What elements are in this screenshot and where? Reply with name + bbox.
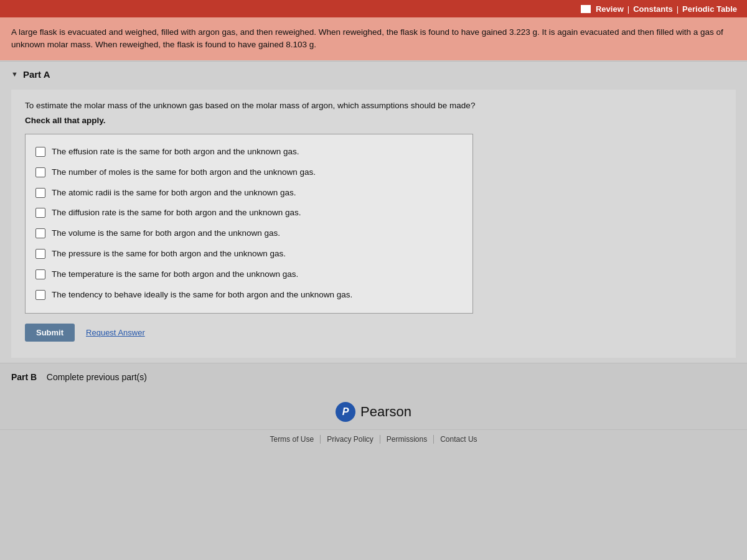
pearson-circle-icon: P [336,402,355,422]
constants-label: Constants [633,4,673,14]
footer-link-3[interactable]: Contact Us [434,435,483,444]
list-item[interactable]: The pressure is the same for both argon … [35,244,463,264]
footer-link-1[interactable]: Privacy Policy [321,435,380,444]
checkbox-label-0: The effusion rate is the same for both a… [52,146,299,158]
footer-link-0[interactable]: Terms of Use [263,435,321,444]
list-item[interactable]: The diffusion rate is the same for both … [35,203,463,223]
list-item[interactable]: The atomic radii is the same for both ar… [35,183,463,203]
question-text: To estimate the molar mass of the unknow… [25,100,722,112]
list-item[interactable]: The tendency to behave ideally is the sa… [35,285,463,306]
list-item[interactable]: The volume is the same for both argon an… [35,223,463,244]
list-item[interactable]: The number of moles is the same for both… [35,162,463,183]
question-area: To estimate the molar mass of the unknow… [11,90,736,358]
periodic-table-link[interactable]: Periodic Table [682,4,737,14]
footer-link-2[interactable]: Permissions [380,435,434,444]
checkbox-option-6[interactable] [35,269,45,279]
part-a-section: ▼ Part A To estimate the molar mass of t… [0,62,747,363]
part-b-label: Part B [11,372,37,382]
pearson-name: Pearson [360,404,411,420]
checkbox-option-0[interactable] [35,147,45,157]
checkbox-option-2[interactable] [35,188,45,198]
book-icon [581,5,591,13]
separator-1: | [627,4,629,14]
checkbox-label-6: The temperature is the same for both arg… [52,269,298,281]
checkbox-label-2: The atomic radii is the same for both ar… [52,187,296,199]
checkbox-label-4: The volume is the same for both argon an… [52,228,280,240]
answer-options-box: The effusion rate is the same for both a… [25,134,473,314]
periodic-table-label: Periodic Table [682,4,737,14]
checkbox-option-5[interactable] [35,249,45,259]
request-answer-button[interactable]: Request Answer [86,328,145,337]
part-b-spacer [39,372,44,382]
main-content: ▼ Part A To estimate the molar mass of t… [0,62,747,451]
collapse-arrow-icon[interactable]: ▼ [11,70,18,78]
checkbox-label-1: The number of moles is the same for both… [52,167,316,179]
checkbox-option-7[interactable] [35,290,45,300]
checkbox-label-7: The tendency to behave ideally is the sa… [52,289,352,301]
problem-statement: A large flask is evacuated and weighed, … [0,17,747,61]
pearson-p-letter: P [342,406,349,418]
review-link[interactable]: Review [596,4,624,14]
check-all-label: Check all that apply. [25,116,722,125]
action-buttons: Submit Request Answer [25,324,722,342]
checkbox-option-1[interactable] [35,167,45,177]
checkbox-label-5: The pressure is the same for both argon … [52,248,286,260]
footer: P Pearson Terms of UsePrivacy PolicyPerm… [0,387,747,451]
separator-2: | [677,4,679,14]
part-a-header: ▼ Part A [11,69,736,80]
list-item[interactable]: The temperature is the same for both arg… [35,264,463,285]
part-a-label: Part A [23,69,50,80]
pearson-logo: P Pearson [336,402,411,422]
part-b-text: Complete previous part(s) [47,372,147,382]
list-item[interactable]: The effusion rate is the same for both a… [35,142,463,162]
submit-button[interactable]: Submit [25,324,75,342]
part-b-section: Part B Complete previous part(s) [0,363,747,387]
problem-text: A large flask is evacuated and weighed, … [11,27,723,49]
checkbox-option-4[interactable] [35,228,45,238]
checkbox-option-3[interactable] [35,208,45,218]
constants-link[interactable]: Constants [633,4,673,14]
review-label: Review [596,4,624,14]
top-navigation-bar: Review | Constants | Periodic Table [0,0,747,17]
checkbox-label-3: The diffusion rate is the same for both … [52,207,301,219]
bottom-links: Terms of UsePrivacy PolicyPermissionsCon… [0,429,747,444]
